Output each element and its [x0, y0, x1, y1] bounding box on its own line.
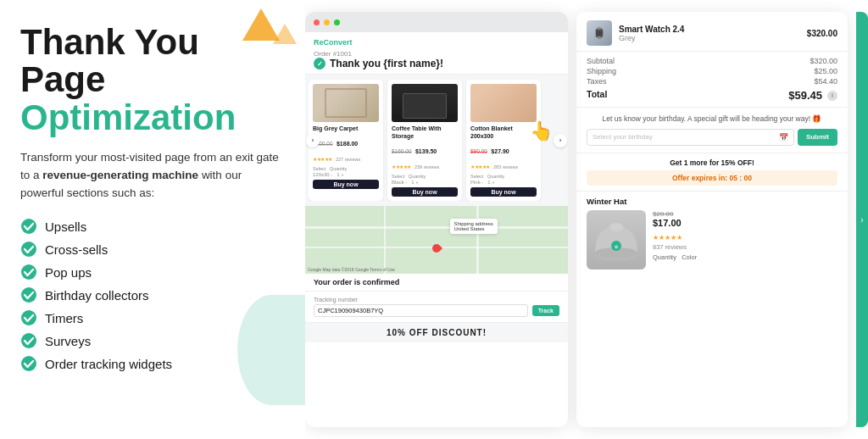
products-scroll: Big Grey Carpet $200.00 $188.00 ★★★★★ 22… — [309, 80, 565, 201]
scroll-right-arrow[interactable]: › — [554, 134, 567, 147]
tracking-label: Tracking number — [314, 297, 559, 303]
product-card-carpet: Big Grey Carpet $200.00 $188.00 ★★★★★ 22… — [309, 80, 383, 201]
rp-product-header: Smart Watch 2.4 Grey $320.00 — [576, 12, 848, 52]
right-edge: › — [856, 12, 868, 427]
order-header: ReConvert Order #1001 ✓ Thank you {first… — [305, 32, 568, 75]
feature-crosssells: Cross-sells — [20, 241, 285, 258]
svg-point-10 — [597, 31, 602, 36]
svg-point-6 — [21, 356, 36, 371]
products-row: ‹ Big Grey Carpet $200.00 $188.00 ★★★★★ … — [305, 75, 568, 206]
feature-upsells: Upsells — [20, 218, 285, 235]
calendar-icon: 📅 — [779, 133, 788, 142]
hat-options: Quantity Color — [653, 253, 697, 261]
birthday-input[interactable]: Select your birthday 📅 — [587, 129, 794, 146]
rp-product-price: $320.00 — [807, 29, 837, 38]
mock-content: ReConvert Order #1001 ✓ Thank you {first… — [305, 32, 568, 427]
check-circle: ✓ — [314, 58, 326, 69]
svg-rect-9 — [598, 36, 601, 39]
hat-price-new: $17.00 — [653, 218, 697, 228]
winter-hat-section: Winter Hat ✿ $20.00 $17 — [576, 192, 848, 427]
svg-point-2 — [21, 264, 36, 280]
product-card-table: Coffee Table With Storage $160.00 $139.5… — [387, 80, 462, 201]
order-number: Order #1001 — [314, 50, 352, 58]
birthday-title: Let us know your birthday. A special gif… — [587, 114, 837, 125]
submit-button[interactable]: Submit — [798, 129, 837, 146]
stars-carpet: ★★★★★ — [313, 157, 332, 162]
hat-info: $20.00 $17.00 ★★★★★ 837 reviews Quantity… — [653, 210, 697, 270]
price-new-table: $139.50 — [415, 148, 437, 154]
check-icon-3 — [20, 264, 37, 281]
shipping-row: Shipping $25.00 — [587, 67, 837, 75]
stars-blanket: ★★★★★ — [470, 164, 490, 169]
info-icon: i — [827, 91, 837, 101]
buy-btn-carpet[interactable]: Buy now — [313, 180, 379, 189]
browser-dot-yellow — [324, 19, 330, 25]
svg-point-1 — [21, 242, 36, 257]
winter-hat-content: ✿ $20.00 $17.00 ★★★★★ 837 reviews Quanti… — [587, 210, 837, 270]
rp-product-variant: Grey — [619, 34, 800, 42]
discount-banner: 10% OFF DISCOUNT! — [305, 323, 568, 342]
logo-row: ReConvert — [314, 38, 559, 47]
hat-image: ✿ — [587, 210, 646, 270]
check-icon-5 — [20, 309, 37, 326]
reviews-carpet: 227 reviews — [336, 157, 360, 162]
browser-mockup: ReConvert Order #1001 ✓ Thank you {first… — [305, 12, 568, 427]
price-new-blanket: $27.90 — [491, 148, 509, 154]
upsell-label: Get 1 more for 15% OFF! — [587, 158, 837, 167]
buy-btn-table[interactable]: Buy now — [392, 187, 458, 197]
track-button[interactable]: Track — [532, 305, 559, 316]
reviews-table: 239 reviews — [415, 164, 439, 169]
browser-dot-red — [314, 19, 320, 25]
product-name-blanket: Cotton Blanket 200x300 — [470, 125, 537, 140]
map-tooltip: Shipping address United States — [450, 219, 498, 234]
rp-totals: Subtotal $320.00 Shipping $25.00 Taxes $… — [576, 52, 848, 108]
subtitle: Transform your most-visited page from an… — [20, 149, 283, 203]
order-confirmed: Your order is confirmed — [305, 274, 568, 292]
map-road-v2 — [476, 206, 479, 274]
reviews-blanket: 283 reviews — [493, 164, 518, 169]
check-icon-4 — [20, 286, 37, 303]
controls-table: Select Quantity — [392, 174, 458, 179]
svg-point-4 — [21, 310, 36, 325]
hat-stars: ★★★★★ — [653, 234, 682, 242]
feature-popups: Pop ups — [20, 264, 285, 281]
hat-price-old: $20.00 — [653, 210, 697, 218]
deco-teal-shape — [237, 295, 305, 405]
browser-dot-green — [334, 19, 340, 25]
tracking-section: Tracking number CJPC190909430B7YQ Track — [305, 292, 568, 323]
svg-point-13 — [609, 223, 623, 231]
check-icon — [20, 218, 37, 235]
browser-bar — [305, 12, 568, 32]
product-image-blanket — [470, 84, 537, 122]
total-price: $59.45 — [788, 89, 822, 102]
product-image-table — [392, 84, 458, 122]
tracking-row: CJPC190909430B7YQ Track — [314, 304, 559, 317]
svg-point-5 — [21, 333, 36, 348]
map-road-h1 — [305, 226, 568, 229]
controls-blanket: Select Quantity — [470, 174, 537, 179]
scroll-left-arrow[interactable]: ‹ — [306, 134, 320, 147]
product-name-table: Coffee Table With Storage — [392, 125, 458, 140]
right-area: ReConvert Order #1001 ✓ Thank you {first… — [305, 0, 868, 439]
product-image-carpet — [313, 84, 379, 122]
left-panel: Thank You Page Optimization Transform yo… — [0, 0, 305, 439]
birthday-input-row: Select your birthday 📅 Submit — [587, 129, 837, 146]
check-icon-2 — [20, 241, 37, 258]
map-watermark: Google Map data ©2018 Google Terms of Us… — [308, 267, 395, 272]
mock-logo: ReConvert — [314, 38, 353, 47]
map-section: Shipping address United States Google Ma… — [305, 206, 568, 274]
hat-reviews: 837 reviews — [653, 243, 697, 251]
price-old-blanket: $90.00 — [470, 148, 487, 154]
product-avatar — [587, 20, 612, 46]
controls-carpet: Select Quantity — [313, 166, 379, 171]
thank-you-text: ✓ Thank you {first name}! — [314, 58, 559, 69]
cursor-hand: 👆 — [530, 120, 553, 142]
rp-product-name: Smart Watch 2.4 — [619, 25, 800, 34]
map-road-v1 — [384, 206, 386, 274]
right-edge-arrow: › — [860, 215, 863, 225]
buy-btn-blanket[interactable]: Buy now — [470, 187, 537, 197]
check-icon-6 — [20, 332, 37, 349]
offer-timer: Offer expires in: 05 : 00 — [587, 170, 837, 186]
price-new-carpet: $188.00 — [337, 141, 358, 147]
feature-birthday: Birthday collectors — [20, 286, 285, 303]
